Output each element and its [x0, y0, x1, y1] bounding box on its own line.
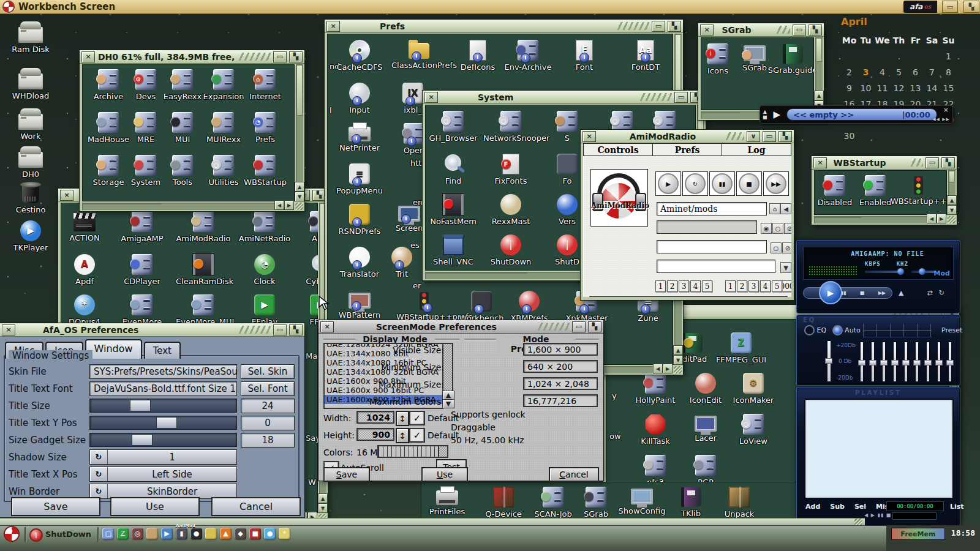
setting-field[interactable]: DejaVuSans-Bold.ttf.font Size 15 — [89, 381, 237, 396]
icon-dopus4[interactable]: *DOpus4 — [61, 294, 112, 326]
setting-slider[interactable] — [89, 433, 237, 447]
taskbar-app-1[interactable]: ▢ — [102, 528, 114, 539]
taskbar-app-9[interactable]: ▲ — [220, 528, 232, 539]
resize-handle[interactable] — [295, 203, 303, 210]
close-gadget[interactable]: × — [60, 190, 74, 201]
screen-titlebar[interactable]: Workbench Screen afaos ▭ ▚ — [0, 0, 980, 14]
skip-buttons[interactable]: ◀◀ ▶▶ — [932, 117, 950, 122]
close-gadget[interactable]: × — [81, 51, 95, 62]
scroll-down-arrow[interactable]: ▼ — [673, 355, 683, 365]
titlebar[interactable]: × DH0 61% full, 384.9MB free, 613.8 ▭ ▚ — [80, 50, 304, 64]
volume-slider[interactable] — [865, 271, 903, 273]
setting-field[interactable]: SYS:Prefs/Presets/Skins/PeaSoup/ — [89, 364, 237, 379]
setting-slider[interactable] — [89, 399, 237, 413]
icon-cestino[interactable]: Cestino — [3, 182, 58, 214]
icon-work[interactable]: Work — [3, 109, 58, 141]
control-button[interactable]: ▮▮ — [709, 171, 735, 196]
depth-gadget[interactable]: ▚ — [289, 51, 303, 62]
scroll-left-arrow[interactable]: ◀ — [274, 200, 284, 210]
zoom-gadget[interactable]: ▭ — [273, 324, 287, 335]
taskbar-app-4[interactable] — [146, 528, 158, 539]
iconify-gadget[interactable]: ∨ — [747, 131, 760, 142]
icon-env-archive[interactable]: Env-Archive — [500, 40, 556, 72]
icon-rexxmast[interactable]: RexxMast — [483, 194, 538, 226]
icon-netprinter[interactable]: NetPrinter — [332, 123, 387, 152]
eq-band[interactable] — [894, 342, 896, 381]
icon-deficons[interactable]: DefIcons — [450, 40, 505, 72]
screen-depth-gadget[interactable]: ▚ — [963, 1, 979, 13]
icon-loview[interactable]: ○LoView — [726, 414, 781, 446]
close-gadget[interactable]: × — [326, 21, 340, 32]
icon-fontdt[interactable]: AaFontDT — [618, 40, 673, 72]
module-field[interactable] — [657, 220, 757, 234]
titlebar[interactable]: × AfA_OS Preferences ▭ ▚ — [0, 323, 304, 337]
icon-amigaamp[interactable]: AmigaAMP — [115, 211, 170, 243]
icon-trit[interactable]: Trit — [374, 247, 429, 279]
zoom-gadget[interactable]: ▭ — [793, 24, 806, 36]
taskbar-app-12[interactable]: ● — [264, 528, 276, 539]
setting-slider[interactable] — [89, 416, 237, 430]
icon-action[interactable]: ACTION — [61, 211, 112, 242]
add-button[interactable]: Add — [805, 503, 820, 511]
resize-handle[interactable] — [948, 216, 956, 223]
save-button[interactable]: Save — [323, 467, 370, 482]
repeat-button[interactable]: ↻ — [939, 289, 944, 297]
cycle-gadget[interactable]: ↻Left Side — [89, 467, 237, 482]
number-button[interactable]: 4 — [760, 280, 771, 292]
scroll-down-arrow[interactable]: ▼ — [295, 192, 304, 201]
taskbar-app-10[interactable]: ◆ — [235, 528, 246, 539]
number-button[interactable]: 4 — [690, 280, 701, 292]
eq-band[interactable] — [872, 342, 874, 381]
scroll-up-arrow[interactable]: ▲ — [318, 493, 328, 503]
width-default-checkbox[interactable]: ✓ — [409, 411, 425, 425]
close-gadget[interactable]: × — [813, 157, 827, 168]
mini-gadget[interactable]: ▼ — [780, 262, 791, 273]
icon-prefs[interactable]: ◔Prefs — [238, 112, 293, 144]
shutdown-label[interactable]: ShutDown — [45, 530, 91, 539]
freemem-gauge[interactable]: FreeMem — [891, 528, 945, 540]
icon-hollypaint[interactable]: HollyPaint — [628, 373, 683, 405]
icon-printfiles[interactable]: PrintFiles — [421, 487, 475, 516]
scroll-up-arrow[interactable]: ▲ — [947, 195, 957, 205]
tab-prefs[interactable]: Prefs — [653, 143, 722, 156]
icon-amimodradio[interactable]: AmiModRadio — [176, 211, 231, 243]
shuffle-button[interactable]: ⇄ — [927, 289, 932, 297]
song-field[interactable] — [657, 240, 767, 253]
icon-lacer[interactable]: Lacer — [678, 414, 733, 443]
number-button[interactable]: 5 — [772, 280, 782, 292]
tab-controls[interactable]: Controls — [583, 143, 653, 156]
icon-ffplay[interactable]: ▶FFplay — [237, 294, 292, 326]
taskbar-app-3[interactable]: ◎ — [132, 528, 143, 539]
titlebar[interactable]: × ScreenMode Preferences ▭ ▚ — [318, 320, 603, 334]
vertical-scrollbar[interactable] — [948, 170, 956, 195]
tab-text[interactable]: Text — [144, 342, 181, 359]
scroll-up-arrow[interactable]: ▲ — [295, 182, 304, 192]
sel-button[interactable]: Sel — [854, 503, 866, 511]
close-gadget[interactable]: × — [582, 131, 596, 142]
cycle-gadget[interactable]: ↻1 — [89, 449, 237, 465]
icon-iconmaker[interactable]: ⚙IconMaker — [726, 373, 781, 405]
control-button[interactable]: ■ — [736, 171, 762, 196]
icon-ffpla[interactable]: ▶FFpla — [293, 294, 318, 326]
mini-gadget[interactable]: ⊘ — [782, 242, 791, 253]
vertical-scrollbar[interactable] — [296, 64, 303, 182]
depth-gadget[interactable]: ▚ — [809, 24, 822, 36]
icon-whdload[interactable]: WHDload — [3, 69, 58, 100]
scroll-right-arrow[interactable]: ▶ — [663, 364, 673, 373]
icon-find[interactable]: Find — [426, 154, 481, 186]
path-input[interactable]: Aminet/mods — [657, 202, 767, 216]
mini-gadget[interactable]: ⊘ — [784, 223, 791, 234]
scroll-right-arrow[interactable]: ▶ — [284, 200, 294, 210]
icon-cleanramdisk[interactable]: CleanRamDisk — [176, 254, 231, 286]
titlebar[interactable]: × System ▭ ▚ — [423, 91, 706, 104]
select-button[interactable]: Sel. Font — [241, 381, 295, 396]
taskbar-app-8[interactable] — [205, 528, 217, 539]
icon-shutdown[interactable]: |ShutDown — [483, 234, 538, 266]
cancel-button[interactable]: Cancel — [549, 467, 599, 482]
icon-blank[interactable]: ○ — [638, 111, 693, 132]
icon-ffmpeg-gui[interactable]: ZFFMPEG_GUI — [714, 332, 769, 364]
taskbar-app-5[interactable]: ▶ — [161, 528, 173, 539]
icon-gh-browser[interactable]: ○GH_Browser — [426, 111, 481, 143]
select-button[interactable]: Sel. Skin — [241, 364, 295, 379]
number-button[interactable]: 2 — [737, 280, 747, 292]
